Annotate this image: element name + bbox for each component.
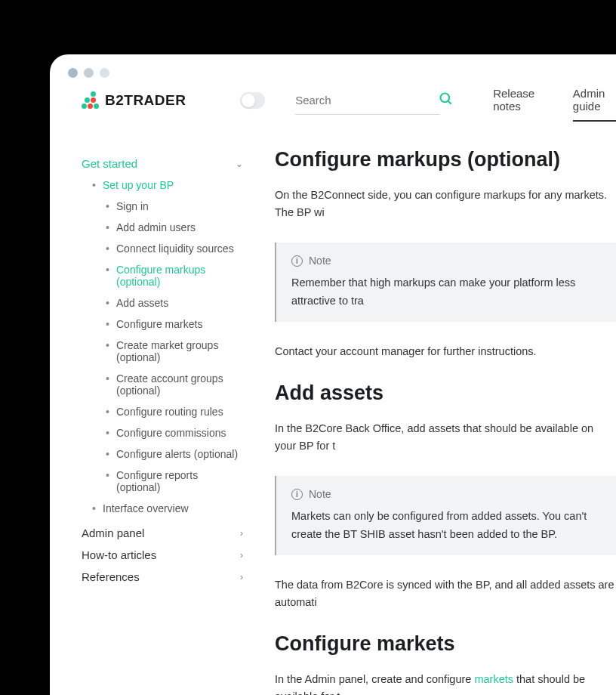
chevron-right-icon: › — [240, 528, 243, 539]
note-body: Remember that high markups can make your… — [291, 274, 601, 309]
nav-label: References — [82, 570, 140, 583]
paragraph: In the B2Core Back Office, add assets th… — [275, 420, 616, 455]
app-window: B2TRADER Release notes Admin guide Get s… — [50, 54, 616, 695]
nav-set-up-bp[interactable]: Set up your BP — [82, 175, 243, 196]
nav-admin-panel[interactable]: Admin panel › — [82, 522, 243, 544]
paragraph: On the B2Connect side, you can configure… — [275, 187, 616, 221]
theme-toggle[interactable] — [240, 92, 265, 109]
note-header: i Note — [291, 255, 601, 267]
nav-item[interactable]: Create market groups (optional) — [95, 335, 243, 368]
note-header: i Note — [291, 488, 601, 500]
note-body: Markets can only be configured from adde… — [291, 508, 601, 542]
main-content: Configure markups (optional) On the B2Co… — [252, 139, 616, 695]
nav-item[interactable]: Add admin users — [95, 217, 243, 238]
nav-item[interactable]: Sign in — [95, 196, 243, 217]
toggle-thumb — [242, 94, 255, 107]
window-dot — [84, 68, 94, 78]
nav-howto[interactable]: How-to articles › — [82, 544, 243, 566]
nav-interface-overview[interactable]: Interface overview — [82, 498, 243, 519]
nav-item-active[interactable]: Configure markups (optional) — [95, 259, 243, 292]
window-dot — [100, 68, 109, 78]
nav-item[interactable]: Configure commissions — [95, 422, 243, 443]
nav-item[interactable]: Configure routing rules — [95, 401, 243, 422]
window-controls — [68, 68, 109, 78]
search-box[interactable] — [295, 87, 440, 115]
chevron-right-icon: › — [240, 550, 243, 561]
sidebar: Get started ⌄ Set up your BP Sign in Add… — [50, 139, 252, 695]
nav-item[interactable]: Configure alerts (optional) — [95, 443, 243, 465]
tab-release-notes[interactable]: Release notes — [493, 79, 543, 122]
chevron-right-icon: › — [240, 572, 243, 582]
heading-add-assets: Add assets — [275, 381, 616, 405]
paragraph: The data from B2Core is synced with the … — [275, 576, 616, 611]
nav-item[interactable]: Add assets — [95, 292, 243, 314]
note-label: Note — [309, 255, 331, 267]
svg-line-1 — [448, 100, 451, 103]
note-box: i Note Remember that high markups can ma… — [275, 242, 616, 321]
nav-item[interactable]: Configure reports (optional) — [95, 465, 243, 498]
markets-link[interactable]: markets — [474, 673, 513, 685]
info-icon: i — [291, 255, 303, 267]
nav-label: How-to articles — [82, 548, 156, 561]
nav-get-started[interactable]: Get started ⌄ — [82, 153, 243, 175]
note-box: i Note Markets can only be configured fr… — [275, 476, 616, 554]
logo[interactable]: B2TRADER — [82, 91, 186, 110]
nav-item[interactable]: Create account groups (optional) — [95, 368, 243, 401]
logo-text: B2TRADER — [105, 92, 186, 109]
heading-configure-markets: Configure markets — [275, 632, 616, 656]
nav-item[interactable]: Connect liquidity sources — [95, 238, 243, 259]
paragraph: In the Admin panel, create and configure… — [275, 671, 616, 695]
tabs: Release notes Admin guide — [493, 79, 616, 122]
chevron-down-icon: ⌄ — [236, 159, 243, 169]
nav-label: Admin panel — [82, 527, 144, 539]
svg-point-0 — [441, 93, 450, 102]
layout: Get started ⌄ Set up your BP Sign in Add… — [50, 139, 616, 695]
nav-references[interactable]: References › — [82, 566, 243, 588]
paragraph: Contact your account manager for further… — [275, 343, 616, 360]
search-icon[interactable] — [439, 91, 454, 110]
nav-label: Get started — [82, 157, 137, 170]
search-input[interactable] — [295, 94, 439, 107]
tab-admin-guide[interactable]: Admin guide — [573, 79, 616, 122]
text: In the Admin panel, create and configure — [275, 673, 474, 685]
window-dot — [68, 68, 78, 78]
logo-icon — [82, 91, 100, 110]
note-label: Note — [309, 488, 331, 500]
header: B2TRADER Release notes Admin guide — [50, 54, 616, 139]
heading-configure-markups: Configure markups (optional) — [275, 148, 616, 171]
info-icon: i — [291, 489, 303, 500]
nav-item[interactable]: Configure markets — [95, 314, 243, 335]
